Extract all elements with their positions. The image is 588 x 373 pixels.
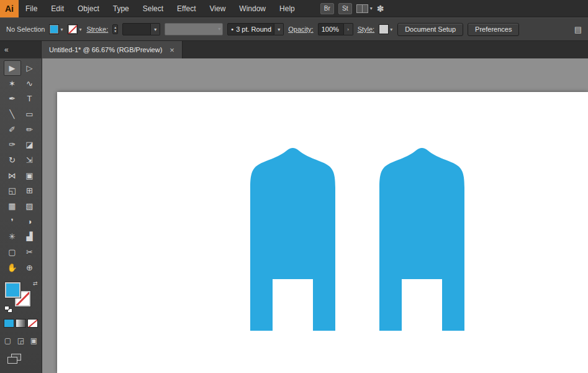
artboard-tool-icon: ▢ bbox=[8, 247, 16, 257]
pencil-tool[interactable]: ✏ bbox=[21, 122, 38, 137]
blend-tool[interactable]: ◑ bbox=[21, 214, 38, 229]
menu-item-object[interactable]: Object bbox=[71, 0, 106, 17]
width-profile-dropdown[interactable] bbox=[165, 23, 223, 35]
none-button[interactable] bbox=[27, 319, 38, 328]
menu-item-view[interactable]: View bbox=[203, 0, 233, 17]
eraser-tool[interactable]: ◪ bbox=[21, 137, 38, 152]
opacity-flyout-icon[interactable]: › bbox=[344, 23, 353, 35]
symbol-sprayer-tool[interactable]: ✳ bbox=[4, 229, 21, 245]
style-swatch[interactable] bbox=[379, 24, 389, 34]
tab-bar: « Untitled-1* @ 66.67% (RGB/Preview) × bbox=[0, 41, 588, 58]
direct-selection-tool[interactable]: ▷ bbox=[21, 60, 38, 76]
menu-item-effect[interactable]: Effect bbox=[170, 0, 202, 17]
menu-items: FileEditObjectTypeSelectEffectViewWindow… bbox=[19, 0, 302, 17]
blue-shape-1[interactable] bbox=[250, 148, 335, 331]
menu-bar: Ai FileEditObjectTypeSelectEffectViewWin… bbox=[0, 0, 588, 17]
draw-inside-button[interactable]: ▣ bbox=[29, 336, 40, 346]
opacity-combo[interactable]: 100% › bbox=[318, 23, 353, 35]
gradient-tool[interactable]: ▨ bbox=[21, 198, 38, 214]
menu-item-help[interactable]: Help bbox=[273, 0, 302, 17]
default-fill-stroke-button[interactable] bbox=[4, 306, 12, 313]
stroke-weight-stepper[interactable]: ▴ ▾ bbox=[112, 24, 118, 34]
menu-item-type[interactable]: Type bbox=[106, 0, 136, 17]
hand-tool[interactable]: ✋ bbox=[4, 260, 21, 275]
draw-behind-button[interactable]: ◲ bbox=[16, 336, 27, 346]
zoom-tool[interactable]: ⊕ bbox=[21, 260, 38, 275]
stock-button[interactable]: St bbox=[338, 3, 352, 14]
opacity-label[interactable]: Opacity: bbox=[288, 25, 313, 33]
document-tab[interactable]: Untitled-1* @ 66.67% (RGB/Preview) × bbox=[41, 41, 183, 58]
brush-definition-combo[interactable]: • 3 pt. Round ▾ bbox=[227, 23, 284, 35]
eyedropper-tool[interactable]: ❜ bbox=[4, 214, 21, 229]
gesture-icon[interactable]: ✽ bbox=[377, 4, 384, 14]
toolbar-fill-swatch[interactable] bbox=[5, 282, 20, 298]
slice-tool[interactable]: ✂ bbox=[21, 244, 38, 260]
collapse-icon: « bbox=[4, 45, 9, 54]
chevron-down-icon: ▾ bbox=[60, 27, 63, 32]
scale-tool[interactable]: ⇲ bbox=[21, 152, 38, 168]
type-tool[interactable]: T bbox=[21, 91, 38, 106]
gradient-button[interactable] bbox=[16, 319, 26, 328]
chevron-down-icon[interactable]: ▾ bbox=[151, 23, 160, 35]
magic-wand-tool-icon: ✶ bbox=[9, 79, 16, 88]
rectangle-tool[interactable]: ▭ bbox=[21, 106, 38, 122]
menu-item-edit[interactable]: Edit bbox=[44, 0, 71, 17]
tab-close-icon[interactable]: × bbox=[170, 45, 174, 55]
width-tool[interactable]: ⋈ bbox=[4, 168, 21, 183]
swap-fill-stroke-icon[interactable]: ⇄ bbox=[33, 280, 38, 287]
menu-item-file[interactable]: File bbox=[19, 0, 44, 17]
mesh-tool[interactable]: ▦ bbox=[4, 198, 21, 214]
control-bar: No Selection ▾ ▾ Stroke: ▴ ▾ ▾ • 3 pt. R… bbox=[0, 17, 588, 41]
canvas-area[interactable] bbox=[42, 58, 588, 373]
lasso-tool[interactable]: ∿ bbox=[21, 76, 38, 91]
color-button-fill bbox=[4, 320, 14, 327]
fill-color-dropdown[interactable]: ▾ bbox=[49, 24, 63, 34]
blue-shape-2[interactable] bbox=[379, 148, 464, 331]
perspective-grid-tool[interactable]: ⊞ bbox=[21, 183, 38, 199]
panel-flyout-icon[interactable]: ▤ bbox=[574, 25, 582, 34]
pen-tool[interactable]: ✒ bbox=[4, 91, 21, 106]
toolbar-collapse-button[interactable]: « bbox=[0, 41, 41, 58]
fill-color-swatch[interactable] bbox=[49, 24, 59, 34]
column-graph-tool-icon: ▟ bbox=[27, 232, 33, 241]
style-label[interactable]: Style: bbox=[358, 25, 375, 33]
column-graph-tool[interactable]: ▟ bbox=[21, 229, 38, 245]
artboard-shapes bbox=[57, 92, 588, 373]
chevron-down-icon: ▾ bbox=[78, 27, 82, 32]
bridge-button[interactable]: Br bbox=[320, 3, 334, 14]
menu-item-select[interactable]: Select bbox=[136, 0, 170, 17]
brush-definition-field[interactable]: • 3 pt. Round bbox=[227, 23, 274, 35]
blob-brush-tool[interactable]: ✑ bbox=[4, 137, 21, 152]
artboard-tool[interactable]: ▢ bbox=[4, 244, 21, 260]
stroke-label[interactable]: Stroke: bbox=[86, 25, 108, 33]
drawing-mode-buttons: ▢ ◲ ▣ bbox=[0, 336, 42, 346]
opacity-field[interactable]: 100% bbox=[318, 23, 344, 35]
chevron-down-icon[interactable]: ▾ bbox=[274, 23, 284, 35]
document-setup-button[interactable]: Document Setup bbox=[397, 23, 463, 36]
rotate-tool-icon: ↻ bbox=[9, 155, 16, 165]
preferences-button[interactable]: Preferences bbox=[468, 23, 519, 36]
stroke-weight-combo[interactable]: ▾ bbox=[122, 23, 160, 35]
menu-item-window[interactable]: Window bbox=[232, 0, 273, 17]
line-segment-tool[interactable]: ╲ bbox=[4, 106, 21, 122]
screen-mode-button[interactable] bbox=[7, 354, 22, 364]
selection-tool[interactable]: ▶ bbox=[4, 60, 21, 76]
paintbrush-tool[interactable]: ✐ bbox=[4, 122, 21, 137]
brush-preview-dot: • bbox=[231, 25, 233, 33]
stepper-down-icon[interactable]: ▾ bbox=[114, 29, 116, 33]
brush-definition-value: 3 pt. Round bbox=[236, 25, 271, 33]
stroke-none-swatch[interactable] bbox=[68, 24, 78, 34]
draw-normal-button[interactable]: ▢ bbox=[2, 336, 14, 346]
rotate-tool[interactable]: ↻ bbox=[4, 152, 21, 168]
style-dropdown[interactable]: ▾ bbox=[379, 24, 393, 34]
stroke-weight-field[interactable] bbox=[122, 23, 151, 35]
default-fill-icon bbox=[4, 306, 9, 310]
shape-builder-tool[interactable]: ◱ bbox=[4, 183, 21, 199]
magic-wand-tool[interactable]: ✶ bbox=[4, 76, 21, 91]
free-transform-tool[interactable]: ▣ bbox=[21, 168, 38, 183]
color-button[interactable] bbox=[4, 319, 14, 328]
stroke-color-dropdown[interactable]: ▾ bbox=[68, 24, 82, 34]
lasso-tool-icon: ∿ bbox=[26, 79, 33, 88]
arrange-documents-button[interactable]: ▾ bbox=[356, 4, 373, 13]
app-logo: Ai bbox=[0, 0, 19, 17]
